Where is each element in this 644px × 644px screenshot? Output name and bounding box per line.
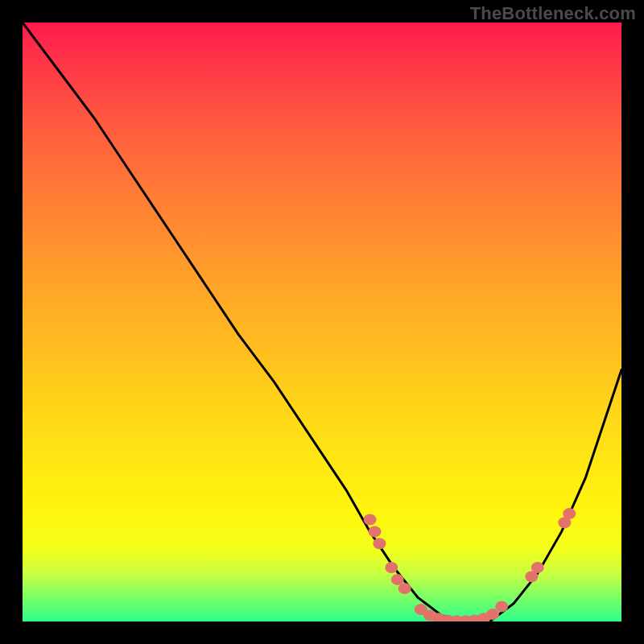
bottleneck-curve xyxy=(23,23,621,621)
curve-marker xyxy=(563,508,576,519)
curve-marker xyxy=(531,562,544,573)
chart-svg xyxy=(23,23,621,621)
curve-marker xyxy=(364,514,377,526)
curve-marker xyxy=(385,562,398,573)
curve-marker xyxy=(369,526,382,537)
curve-marker xyxy=(398,583,411,594)
curve-marker xyxy=(373,538,386,549)
chart-plot-area xyxy=(23,23,621,621)
curve-marker xyxy=(495,601,508,612)
watermark-text: TheBottleneck.com xyxy=(470,3,636,24)
